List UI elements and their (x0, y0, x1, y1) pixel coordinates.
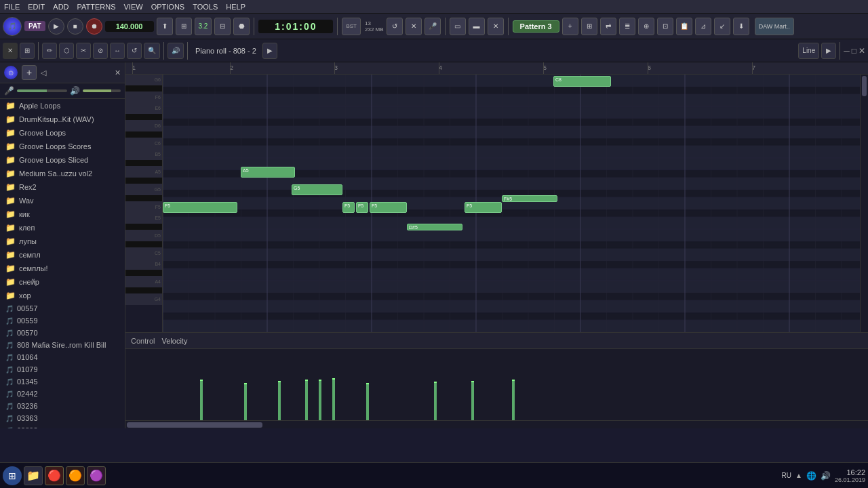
sidebar-item-13[interactable]: снейр (0, 275, 125, 289)
volume-slider[interactable] (17, 89, 67, 92)
note-block-2[interactable]: G5 (292, 184, 342, 195)
piano-key-As5[interactable] (125, 160, 163, 167)
taskbar-app-2[interactable]: 🔴 (45, 466, 64, 485)
piano-key-D6[interactable]: D6 (125, 121, 163, 131)
sidebar-item-19[interactable]: 01064 (0, 351, 125, 363)
sidebar-item-25[interactable]: 03893 (0, 424, 125, 428)
toolbar-icon-9[interactable]: ▬ (469, 18, 485, 35)
close-piano-roll[interactable]: ✕ (3, 43, 18, 59)
velocity-bar-4[interactable] (319, 380, 321, 420)
sidebar-item-5[interactable]: Medium Sa..uzzu vol2 (0, 167, 125, 180)
tray-volume[interactable]: 🔊 (821, 471, 831, 481)
add-pattern-btn[interactable]: + (562, 18, 578, 35)
sidebar-item-12[interactable]: семплы! (0, 262, 125, 275)
taskbar-app-1[interactable]: 📁 (24, 466, 43, 485)
piano-key-G5[interactable]: G5 (125, 184, 163, 195)
note-block-9[interactable]: D#5 (407, 224, 462, 230)
sidebar-item-15[interactable]: 00557 (0, 302, 125, 314)
sidebar-item-4[interactable]: Groove Loops Sliced (0, 153, 125, 167)
velocity-label[interactable]: Velocity (161, 337, 187, 345)
tool-mute[interactable]: ⊘ (93, 43, 108, 59)
toolbar-icon-5[interactable]: ⬣ (233, 18, 250, 35)
note-block-5[interactable]: F5 (356, 202, 368, 213)
toolbar-icon-7[interactable]: ✕ (406, 18, 422, 35)
sidebar-close-btn[interactable]: ✕ (115, 68, 121, 77)
vertical-scrollbar[interactable] (860, 75, 868, 332)
toolbar-icon-19[interactable]: ⬇ (733, 18, 749, 35)
line-mode-arrow[interactable]: ▶ (821, 43, 836, 59)
piano-key-F5[interactable]: F5 (125, 202, 163, 213)
piano-key-G4[interactable]: G4 (125, 294, 163, 305)
menu-options[interactable]: OPTIONS (151, 3, 185, 11)
tool-delete[interactable]: ✂ (76, 43, 91, 59)
piano-key-E5[interactable]: E5 (125, 213, 163, 224)
sidebar-item-14[interactable]: хор (0, 289, 125, 302)
sidebar-item-22[interactable]: 02442 (0, 388, 125, 400)
sidebar-item-2[interactable]: Groove Loops (0, 126, 125, 140)
sidebar-item-16[interactable]: 00559 (0, 314, 125, 327)
tool-zoom[interactable]: 🔍 (144, 43, 160, 59)
sidebar-item-24[interactable]: 03363 (0, 412, 125, 424)
sidebar-item-21[interactable]: 01345 (0, 375, 125, 388)
toolbar-icon-8[interactable]: ▭ (450, 18, 466, 35)
sidebar-nav-btn[interactable]: ◁ (41, 68, 46, 77)
tray-arrow[interactable]: ▲ (795, 472, 802, 479)
velocity-bar-1[interactable] (244, 383, 247, 420)
fl-logo[interactable]: 🎵 (3, 17, 22, 36)
piano-key-Cs6[interactable] (125, 131, 163, 138)
piano-key-As4[interactable] (125, 270, 163, 277)
toolbar-icon-17[interactable]: ⊿ (695, 18, 711, 35)
sidebar-item-3[interactable]: Groove Loops Scores (0, 140, 125, 153)
tool-glue[interactable]: ↺ (127, 43, 142, 59)
piano-key-G6[interactable]: G6 (125, 75, 163, 85)
velocity-bar-8[interactable] (471, 381, 474, 420)
toolbar-icon-6[interactable]: ↺ (387, 18, 403, 35)
sidebar-item-9[interactable]: клеп (0, 221, 125, 235)
play-button[interactable]: ▶ (48, 18, 64, 35)
piano-key-Gs5[interactable] (125, 178, 163, 184)
piano-key-Gs4[interactable] (125, 287, 163, 294)
toolbar-icon-20[interactable]: DAW Mart.. (755, 18, 794, 35)
close-btn[interactable]: ✕ (859, 46, 865, 56)
horizontal-scrollbar[interactable] (125, 420, 868, 428)
piano-key-A5[interactable]: A5 (125, 167, 163, 178)
sidebar-item-7[interactable]: Wav (0, 194, 125, 207)
line-mode[interactable]: Line (798, 43, 819, 59)
pattern-selector[interactable]: Pattern 3 (513, 20, 559, 33)
piano-key-E6[interactable]: E6 (125, 103, 163, 114)
piano-key-F6[interactable]: F6 (125, 92, 163, 103)
piano-key-A4[interactable]: A4 (125, 277, 163, 287)
piano-key-B4[interactable]: B4 (125, 259, 163, 270)
velocity-bar-3[interactable] (305, 380, 308, 420)
piano-key-C5[interactable]: C5 (125, 248, 163, 259)
toolbar-icon-16[interactable]: 📋 (676, 18, 692, 35)
tool-speaker[interactable]: 🔊 (167, 43, 184, 59)
scrollbar-thumb-v[interactable] (862, 76, 867, 96)
piano-key-Ds6[interactable] (125, 114, 163, 121)
piano-roll-nav[interactable]: ▶ (262, 43, 277, 59)
menu-file[interactable]: FILE (4, 3, 20, 11)
toolbar-icon-3[interactable]: 3.2 (195, 18, 212, 35)
toolbar-icon-12[interactable]: ⇄ (600, 18, 616, 35)
menu-help[interactable]: HELP (226, 3, 245, 11)
tool-select[interactable]: ⬡ (59, 43, 74, 59)
control-label[interactable]: Control (131, 337, 155, 345)
note-block-1[interactable]: A5 (241, 167, 295, 178)
velocity-bar-5[interactable] (332, 378, 335, 420)
menu-edit[interactable]: EDIT (28, 3, 45, 11)
record-button[interactable]: ⏺ (86, 18, 102, 35)
sidebar-item-10[interactable]: лупы (0, 235, 125, 248)
toolbar-icon-1[interactable]: ⬆ (157, 18, 173, 35)
piano-nav-btn[interactable]: ⊞ (20, 43, 35, 59)
piano-key-Ds5[interactable] (125, 224, 163, 230)
velocity-bar-9[interactable] (512, 380, 515, 420)
note-block-6[interactable]: F5 (370, 202, 407, 213)
menu-tools[interactable]: TOOLS (193, 3, 218, 11)
menu-add[interactable]: ADD (53, 3, 68, 11)
toolbar-icon-4[interactable]: ⊟ (214, 18, 231, 35)
master-volume-slider[interactable] (83, 89, 121, 92)
sidebar-item-17[interactable]: 00570 (0, 327, 125, 339)
piano-key-C6[interactable]: C6 (125, 138, 163, 149)
velocity-bar-0[interactable] (200, 380, 203, 420)
piano-key-Fs5[interactable] (125, 195, 163, 202)
